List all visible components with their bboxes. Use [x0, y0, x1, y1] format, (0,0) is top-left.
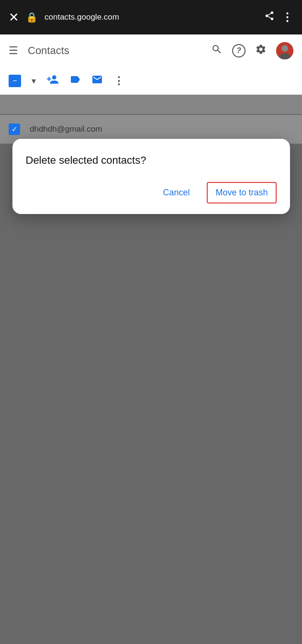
dialog-title: Delete selected contacts?	[26, 154, 277, 167]
delete-dialog: Delete selected contacts? Cancel Move to…	[12, 139, 290, 214]
cancel-button[interactable]: Cancel	[155, 183, 197, 203]
dialog-overlay: Delete selected contacts? Cancel Move to…	[0, 0, 302, 644]
move-to-trash-button[interactable]: Move to trash	[207, 182, 276, 203]
dialog-actions: Cancel Move to trash	[26, 182, 277, 203]
